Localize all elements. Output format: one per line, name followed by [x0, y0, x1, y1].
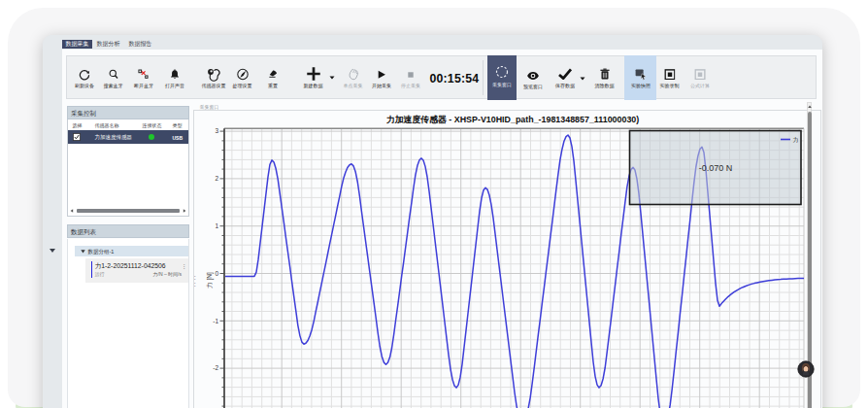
svg-text:2: 2 [215, 175, 218, 182]
svg-text:力加速度传感器 - XHSP-V10HID_path_-19: 力加速度传感器 - XHSP-V10HID_path_-1981348857_1… [386, 115, 640, 124]
svg-text:力: 力 [793, 137, 799, 143]
svg-text:-1: -1 [213, 318, 218, 324]
svg-text:-2: -2 [213, 364, 218, 371]
svg-text:力 [N]: 力 [N] [206, 272, 214, 289]
svg-text:0: 0 [215, 270, 218, 277]
svg-text:-0.070 N: -0.070 N [699, 163, 733, 173]
svg-text:3: 3 [215, 127, 218, 134]
svg-text:1: 1 [215, 222, 218, 229]
